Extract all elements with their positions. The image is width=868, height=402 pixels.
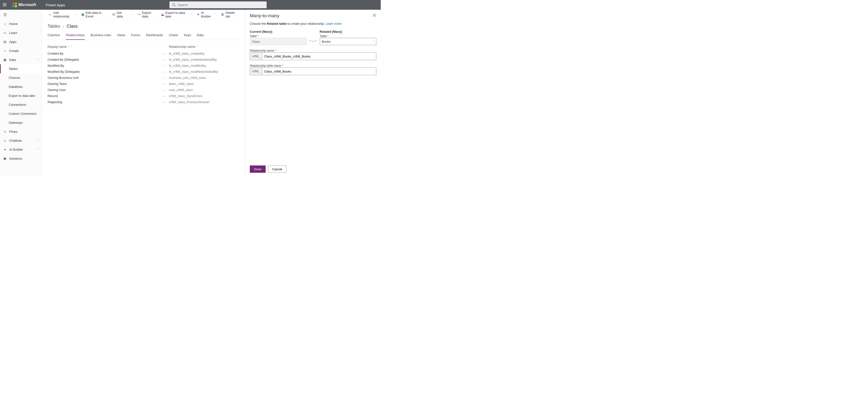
- sidebar-item-home[interactable]: ⌂ Home: [0, 20, 41, 28]
- get-data-button[interactable]: ⛁ Get data: [111, 11, 129, 19]
- relname-label: Relationship name *: [250, 49, 376, 53]
- row-relationship-name: lk_crfb6_class_modifiedonbehalfby: [169, 70, 218, 73]
- row-more-button[interactable]: ···: [159, 82, 169, 86]
- tab-keys[interactable]: Keys: [184, 32, 191, 40]
- sidebar-item-export-lake[interactable]: Export to data lake: [0, 91, 41, 100]
- row-relationship-name: team_crfb6_class: [169, 82, 194, 86]
- table-row[interactable]: Modified By···lk_crfb6_class_modifiedby: [48, 63, 245, 69]
- tab-data[interactable]: Data: [197, 32, 204, 40]
- export-data-button[interactable]: ↦ Export data: [136, 11, 159, 19]
- table-row[interactable]: Owning Business Unit···business_unit_crf…: [48, 75, 245, 81]
- app-launcher-icon[interactable]: [0, 0, 10, 10]
- table-row[interactable]: Owning Team···team_crfb6_class: [48, 81, 245, 87]
- tab-columns[interactable]: Columns: [48, 32, 60, 40]
- edit-excel-button[interactable]: ▦ Edit data in Excel: [80, 11, 110, 19]
- get-data-dropdown[interactable]: ˅: [130, 11, 135, 19]
- sidebar-item-chatbots[interactable]: ☺ Chatbots ˅: [0, 136, 41, 145]
- col-label: Display name: [48, 45, 67, 48]
- solutions-icon: ▣: [3, 157, 7, 160]
- svg-rect-3: [3, 4, 4, 5]
- sidebar-item-apps[interactable]: ▤ Apps: [0, 37, 41, 46]
- row-more-button[interactable]: ···: [159, 100, 169, 104]
- sidebar-item-label: AI Builder: [9, 148, 23, 152]
- row-more-button[interactable]: ···: [159, 76, 169, 79]
- sidebar-item-label: Create: [9, 49, 19, 53]
- chevron-up-icon: ˄: [37, 59, 39, 61]
- table-row[interactable]: Created By···lk_crfb6_class_createdby: [48, 51, 245, 57]
- row-more-button[interactable]: ···: [159, 94, 169, 98]
- row-more-button[interactable]: ···: [159, 58, 169, 61]
- row-more-button[interactable]: ···: [159, 70, 169, 73]
- sidebar-item-flows[interactable]: ∿ Flows: [0, 127, 41, 136]
- table-row[interactable]: Owning User···user_crfb6_class: [48, 87, 245, 93]
- current-table-value: Class: [252, 40, 260, 43]
- row-display-name: Modified By (Delegate): [48, 70, 80, 73]
- reltablename-input[interactable]: [262, 67, 376, 75]
- row-display-name: Record: [48, 94, 58, 98]
- related-table-label: Table *: [320, 34, 377, 38]
- related-heading: Related (Many): [320, 30, 377, 33]
- sidebar-item-choices[interactable]: Choices: [0, 73, 41, 82]
- sidebar-item-label: Data: [9, 58, 16, 62]
- add-relationship-button[interactable]: ＋ Add relationship ˅: [46, 11, 79, 19]
- tab-charts[interactable]: Charts: [169, 32, 178, 40]
- search-input[interactable]: [178, 3, 264, 7]
- search-box[interactable]: [169, 1, 267, 8]
- sidebar-item-dataflows[interactable]: Dataflows: [0, 82, 41, 91]
- row-more-button[interactable]: ···: [159, 52, 169, 55]
- row-more-button[interactable]: ···: [159, 64, 169, 67]
- table-row[interactable]: Created By (Delegate)···lk_crfb6_class_c…: [48, 57, 245, 63]
- cancel-button[interactable]: Cancel: [268, 165, 286, 173]
- sidebar-item-learn[interactable]: ▭ Learn: [0, 28, 41, 37]
- row-display-name: Created By: [48, 52, 63, 55]
- table-row[interactable]: Record···crfb6_class_SyncErrors: [48, 93, 245, 99]
- svg-rect-1: [4, 3, 5, 4]
- sidebar-item-label: Learn: [9, 31, 17, 35]
- learn-more-link[interactable]: Learn more: [326, 22, 341, 26]
- plus-icon: ＋: [3, 49, 7, 53]
- sidebar-item-label: Connections: [9, 103, 26, 106]
- relname-input[interactable]: [262, 53, 376, 60]
- related-table-select[interactable]: Books ˅: [320, 38, 377, 45]
- reltablename-label: Relationship table name *: [250, 64, 376, 67]
- table-row[interactable]: Modified By (Delegate)···lk_crfb6_class_…: [48, 69, 245, 75]
- row-display-name: Owning Team: [48, 82, 67, 86]
- ai-builder-button[interactable]: ✦ AI Builder ˅: [195, 11, 218, 19]
- tab-relationships[interactable]: Relationships: [66, 32, 85, 40]
- col-display-name[interactable]: Display name ↑ ˅: [48, 45, 159, 48]
- hamburger-icon[interactable]: ☰: [0, 10, 41, 20]
- svg-rect-2: [6, 3, 6, 4]
- close-button[interactable]: [372, 13, 376, 18]
- sidebar-item-create[interactable]: ＋ Create: [0, 46, 41, 55]
- sidebar-item-label: Solutions: [9, 157, 22, 160]
- sidebar-item-gateways[interactable]: Gateways: [0, 118, 41, 127]
- sidebar-item-data[interactable]: ▦ Data ˄: [0, 55, 41, 64]
- tab-business-rules[interactable]: Business rules: [91, 32, 111, 40]
- sidebar-item-connections[interactable]: Connections: [0, 100, 41, 109]
- export-lake-button[interactable]: ◒ Export to data lake ˅: [159, 11, 194, 19]
- sidebar-item-aibuilder[interactable]: ✦ AI Builder ˅: [0, 145, 41, 154]
- microsoft-logo[interactable]: Microsoft: [10, 2, 38, 7]
- done-button[interactable]: Done: [250, 165, 266, 173]
- sidebar-item-label: Dataflows: [9, 85, 23, 89]
- col-relationship-name[interactable]: Relationship name ˅: [169, 45, 245, 48]
- sidebar-item-label: Choices: [9, 76, 20, 79]
- tab-dashboards[interactable]: Dashboards: [146, 32, 163, 40]
- svg-rect-8: [6, 6, 6, 6]
- close-icon: [372, 13, 376, 17]
- tab-forms[interactable]: Forms: [131, 32, 140, 40]
- relationships-grid: Display name ↑ ˅ Relationship name ˅ Cre…: [42, 40, 245, 105]
- cmd-label: Export data: [142, 11, 157, 18]
- tab-views[interactable]: Views: [117, 32, 125, 40]
- row-display-name: Regarding: [48, 100, 62, 104]
- svg-rect-7: [4, 6, 5, 6]
- sidebar-item-solutions[interactable]: ▣ Solutions: [0, 154, 41, 163]
- sidebar-item-tables[interactable]: Tables: [0, 64, 41, 73]
- sidebar-item-custom-connectors[interactable]: Custom Connectors: [0, 109, 41, 118]
- breadcrumb-root[interactable]: Tables: [48, 24, 60, 29]
- delete-table-button[interactable]: 🗑 Delete tab: [219, 11, 240, 19]
- current-table-field: Class: [250, 38, 307, 45]
- table-row[interactable]: Regarding···crfb6_class_ProcessSession: [48, 99, 245, 105]
- row-more-button[interactable]: ···: [159, 88, 169, 92]
- row-relationship-name: lk_crfb6_class_modifiedby: [169, 64, 206, 67]
